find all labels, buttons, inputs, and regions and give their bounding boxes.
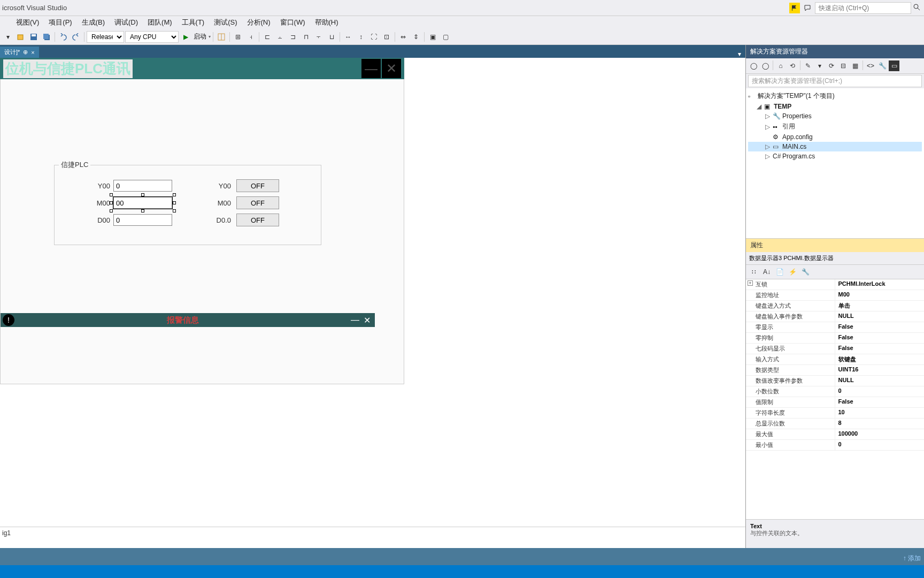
input-m00-selected[interactable] [113,197,172,209]
prop-props-icon[interactable]: 📄 [774,266,786,278]
tab-pin-icon[interactable]: ⊕ [23,49,28,56]
tab-close-icon[interactable]: × [31,49,34,56]
align-h-icon[interactable]: ⊏ [261,31,273,43]
property-row[interactable]: 零显示False [746,322,924,333]
property-value[interactable]: 0 [835,386,925,397]
property-row[interactable]: 最大值100000 [746,429,924,440]
align-middle-icon[interactable]: ⫟ [313,31,325,43]
property-value[interactable]: 单击 [835,301,925,311]
tree-program-cs[interactable]: ▷C#Program.cs [748,151,922,161]
menu-build[interactable]: 生成(B) [78,17,109,28]
input-d00[interactable] [113,214,172,226]
config-select[interactable]: Release [87,31,124,43]
hspace-icon[interactable]: ⇔ [397,31,409,43]
menu-team[interactable]: 团队(M) [143,17,176,28]
se-sync-icon[interactable]: ⟲ [787,60,798,71]
expand-icon[interactable]: ▷ [765,153,771,160]
feedback-icon[interactable] [802,3,813,13]
se-toggle-icon[interactable]: ▾ [814,60,825,71]
menu-help[interactable]: 帮助(H) [311,17,343,28]
prop-alpha-icon[interactable]: A↓ [761,266,773,278]
alarm-minimize-icon[interactable]: — [351,315,359,325]
button-y00-off[interactable]: OFF [236,179,279,192]
se-collapse-icon[interactable]: ⊟ [838,60,849,71]
align-center-icon[interactable]: ⫠ [274,31,286,43]
redo-icon[interactable] [70,31,82,43]
tree-properties[interactable]: ▷🔧Properties [748,111,922,121]
prop-categorized-icon[interactable]: ∷ [748,266,760,278]
expand-icon[interactable]: ▷ [765,112,771,120]
property-row[interactable]: 数据类型UINT16 [746,365,924,376]
property-value[interactable]: M00 [835,290,925,300]
form-canvas[interactable]: 位机与信捷PLC通讯 — ✕ 信捷PLC Y00 Y00 OFF [0,58,745,527]
property-row[interactable]: 键盘输入事件参数NULL [746,311,924,322]
form-close-icon[interactable]: ✕ [382,59,401,78]
property-value[interactable]: NULL [835,376,925,386]
se-prop-icon[interactable]: 🔧 [877,60,888,71]
property-value[interactable]: False [835,322,925,332]
start-debug-icon[interactable]: ▶ [180,31,191,43]
menu-view[interactable]: 视图(V) [12,17,43,28]
property-row[interactable]: 值限制False [746,397,924,408]
tree-main-cs[interactable]: ▷▭MAIN.cs [748,142,922,151]
property-row[interactable]: 监控地址M00 [746,290,924,301]
notification-flag-icon[interactable] [789,3,800,13]
prop-pages-icon[interactable]: 🔧 [799,266,811,278]
property-row[interactable]: +互锁PCHMI.InterLock [746,279,924,290]
property-row[interactable]: 字符串长度10 [746,408,924,419]
property-row[interactable]: 键盘进入方式单击 [746,301,924,311]
nav-back-icon[interactable]: ▾ [2,31,14,43]
alarm-close-icon[interactable]: ✕ [364,315,371,325]
align-bottom-icon[interactable]: ⊔ [326,31,337,43]
property-row[interactable]: 最小值0 [746,440,924,451]
property-row[interactable]: 小数位数0 [746,386,924,397]
form-minimize-icon[interactable]: — [361,59,381,78]
component-item[interactable]: ig1 [2,529,11,537]
vspace-icon[interactable]: ⇕ [410,31,422,43]
undo-icon[interactable] [57,31,69,43]
quick-launch-input[interactable] [815,2,911,14]
button-m00-off[interactable]: OFF [236,196,279,209]
tree-references[interactable]: ▷▪▪引用 [748,121,922,132]
menu-file[interactable] [2,21,11,24]
document-tab[interactable]: 设计]* ⊕ × [0,47,39,58]
properties-object-select[interactable]: 数据显示器3 PCHMI.数据显示器 [746,252,924,265]
property-row[interactable]: 零抑制False [746,333,924,344]
same-size-icon[interactable]: ⛶ [368,31,380,43]
expand-icon[interactable]: ▷ [765,143,771,150]
menu-test[interactable]: 测试(S) [210,17,241,28]
tree-solution[interactable]: ▫解决方案"TEMP"(1 个项目) [748,90,922,102]
property-value[interactable]: False [835,397,925,407]
property-value[interactable]: 10 [835,408,925,418]
align-top-icon[interactable]: ⊓ [300,31,312,43]
expand-icon[interactable]: ◢ [757,103,762,110]
input-y00[interactable] [113,180,172,192]
menu-analyze[interactable]: 分析(N) [243,17,275,28]
tree-project[interactable]: ◢▣TEMP [748,102,922,111]
property-row[interactable]: 七段码显示False [746,344,924,354]
se-back-icon[interactable]: ◯ [748,60,759,71]
property-value[interactable]: 软键盘 [835,354,925,364]
form-body[interactable]: 信捷PLC Y00 Y00 OFF M00 [0,79,404,384]
send-back-icon[interactable]: ▢ [440,31,451,43]
property-value[interactable]: UINT16 [835,365,925,375]
bring-front-icon[interactable]: ▣ [427,31,438,43]
property-value[interactable]: NULL [835,311,925,322]
save-all-icon[interactable] [41,31,52,43]
align-right-icon[interactable]: ⊐ [287,31,299,43]
menu-project[interactable]: 项目(P) [44,17,76,28]
property-value[interactable]: False [835,344,925,354]
se-preview-icon[interactable]: ▭ [889,60,899,71]
tree-appconfig[interactable]: ⚙App.config [748,132,922,142]
property-row[interactable]: 数值改变事件参数NULL [746,376,924,386]
menu-debug[interactable]: 调试(D) [110,17,142,28]
button-d00-off[interactable]: OFF [236,214,279,226]
menu-window[interactable]: 窗口(W) [276,17,310,28]
property-value[interactable]: 8 [835,419,925,429]
property-value[interactable]: False [835,333,925,343]
expand-icon[interactable]: ▷ [765,123,771,131]
property-value[interactable]: PCHMI.InterLock [835,279,925,290]
save-icon[interactable] [28,31,40,43]
se-showall-icon[interactable]: ▦ [850,60,860,71]
same-width-icon[interactable]: ↔ [342,31,354,43]
